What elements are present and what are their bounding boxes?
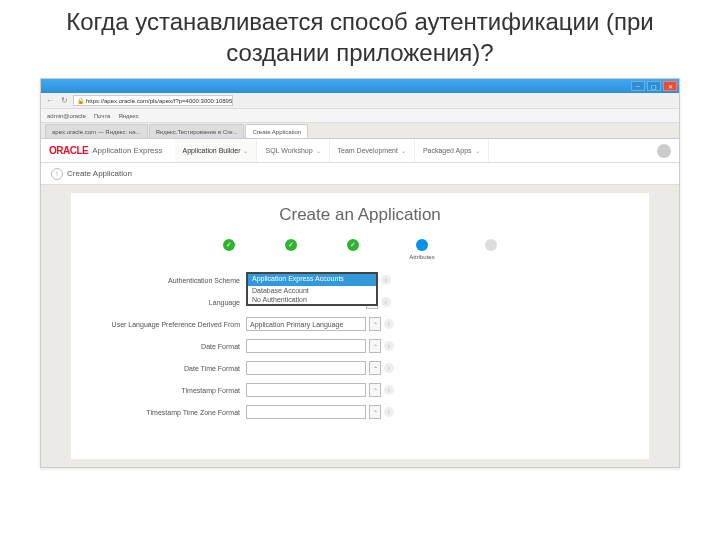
dropdown-option[interactable]: No Authentication xyxy=(248,295,376,304)
browser-tab[interactable]: apex.oracle.com — Яндекс: на... xyxy=(45,124,148,138)
browser-tabs: apex.oracle.com — Яндекс: на... Яндекс.Т… xyxy=(41,123,679,139)
derived-select[interactable]: Application Primary Language xyxy=(246,317,366,331)
field-label: User Language Preference Derived From xyxy=(91,321,246,329)
attributes-form: Authentication Scheme Application Expres… xyxy=(71,272,649,420)
create-app-panel: Create an Application ✓ ✓ ✓ Attributes A… xyxy=(71,193,649,459)
authentication-scheme-select[interactable]: Application Express Accounts Database Ac… xyxy=(246,272,378,288)
timestamp-tz-format-input[interactable] xyxy=(246,405,366,419)
window-titlebar: – ▢ ✕ xyxy=(41,79,679,93)
step-label: Attributes xyxy=(409,254,434,262)
select-arrow-icon[interactable]: ⌃ xyxy=(369,383,381,397)
datetime-format-input[interactable] xyxy=(246,361,366,375)
help-icon[interactable]: i xyxy=(384,385,394,395)
nav-back-icon[interactable]: ← xyxy=(45,96,55,106)
select-arrow-icon[interactable]: ⌃ xyxy=(369,361,381,375)
help-icon[interactable]: i xyxy=(381,275,391,285)
wizard-step[interactable]: ✓ xyxy=(347,239,359,262)
breadcrumb: ↑ Create Application xyxy=(41,163,679,185)
field-label: Date Time Format xyxy=(91,365,246,373)
dropdown-option-selected[interactable]: Application Express Accounts xyxy=(248,274,376,286)
chevron-down-icon: ⌄ xyxy=(401,147,406,154)
field-label: Language xyxy=(91,299,246,307)
product-label: Application Express xyxy=(92,146,162,155)
nav-tab-label: Team Development xyxy=(338,147,398,154)
nav-tab-packaged-apps[interactable]: Packaged Apps ⌄ xyxy=(415,139,489,162)
help-icon[interactable]: i xyxy=(384,341,394,351)
field-label: Authentication Scheme xyxy=(91,277,246,285)
help-icon[interactable]: i xyxy=(384,407,394,417)
step-pending-icon xyxy=(485,239,497,251)
bookmark-item[interactable]: Почта xyxy=(94,113,111,119)
url-text: https://apex.oracle.com/pls/apex/f?p=400… xyxy=(86,98,233,104)
lock-icon: 🔒 xyxy=(77,97,84,104)
nav-tab-team-development[interactable]: Team Development ⌄ xyxy=(330,139,415,162)
select-arrow-icon[interactable]: ⌃ xyxy=(369,405,381,419)
form-row-date-format: Date Format ⌃i xyxy=(91,338,599,354)
bookmark-item[interactable]: Яндекс xyxy=(118,113,138,119)
check-icon: ✓ xyxy=(223,239,235,251)
chevron-down-icon: ⌄ xyxy=(475,147,480,154)
oracle-logo: ORACLE xyxy=(49,145,88,156)
nav-reload-icon[interactable]: ↻ xyxy=(59,96,69,106)
slide-title: Когда устанавливается способ аутентифика… xyxy=(0,0,720,78)
wizard-step[interactable]: ✓ xyxy=(223,239,235,262)
browser-window: – ▢ ✕ ← ↻ 🔒 https://apex.oracle.com/pls/… xyxy=(40,78,680,468)
wizard-steps: ✓ ✓ ✓ Attributes xyxy=(71,239,649,262)
step-active-icon xyxy=(416,239,428,251)
field-label: Date Format xyxy=(91,343,246,351)
url-input[interactable]: 🔒 https://apex.oracle.com/pls/apex/f?p=4… xyxy=(73,95,233,106)
nav-tab-label: SQL Workshop xyxy=(265,147,312,154)
window-minimize-button[interactable]: – xyxy=(631,81,645,91)
field-label: Timestamp Time Zone Format xyxy=(91,409,246,417)
nav-tab-label: Application Builder xyxy=(183,147,241,154)
panel-title: Create an Application xyxy=(71,205,649,225)
window-maximize-button[interactable]: ▢ xyxy=(647,81,661,91)
help-icon[interactable]: i xyxy=(384,363,394,373)
user-avatar[interactable] xyxy=(657,144,671,158)
form-row-datetime-format: Date Time Format ⌃i xyxy=(91,360,599,376)
form-row-timestamp-format: Timestamp Format ⌃i xyxy=(91,382,599,398)
form-row-timestamp-tz-format: Timestamp Time Zone Format ⌃i xyxy=(91,404,599,420)
help-icon[interactable]: i xyxy=(381,297,391,307)
browser-tab-active[interactable]: Create Application xyxy=(245,124,308,138)
date-format-input[interactable] xyxy=(246,339,366,353)
help-icon[interactable]: i xyxy=(384,319,394,329)
nav-tab-label: Packaged Apps xyxy=(423,147,472,154)
timestamp-format-input[interactable] xyxy=(246,383,366,397)
form-row-auth: Authentication Scheme Application Expres… xyxy=(91,272,599,288)
check-icon: ✓ xyxy=(347,239,359,251)
breadcrumb-text: Create Application xyxy=(67,169,132,178)
bookmark-bar: admin@oracle Почта Яндекс xyxy=(41,109,679,123)
dropdown-option[interactable]: Database Account xyxy=(248,286,376,295)
check-icon: ✓ xyxy=(285,239,297,251)
wizard-step[interactable]: ✓ xyxy=(285,239,297,262)
bookmark-item[interactable]: admin@oracle xyxy=(47,113,86,119)
address-bar: ← ↻ 🔒 https://apex.oracle.com/pls/apex/f… xyxy=(41,93,679,109)
oracle-nav-bar: ORACLE Application Express Application B… xyxy=(41,139,679,163)
wizard-step[interactable] xyxy=(485,239,497,262)
nav-tab-application-builder[interactable]: Application Builder ⌄ xyxy=(175,139,258,162)
form-row-derived: User Language Preference Derived From Ap… xyxy=(91,316,599,332)
select-arrow-icon[interactable]: ⌃ xyxy=(369,317,381,331)
field-label: Timestamp Format xyxy=(91,387,246,395)
dropdown-list: Database Account No Authentication xyxy=(246,286,378,306)
wizard-step-active[interactable]: Attributes xyxy=(409,239,434,262)
select-arrow-icon[interactable]: ⌃ xyxy=(369,339,381,353)
nav-tab-sql-workshop[interactable]: SQL Workshop ⌄ xyxy=(257,139,329,162)
up-arrow-icon[interactable]: ↑ xyxy=(51,168,63,180)
browser-tab[interactable]: Яндекс.Тестирование в Cre... xyxy=(149,124,245,138)
window-close-button[interactable]: ✕ xyxy=(663,81,677,91)
chevron-down-icon: ⌄ xyxy=(316,147,321,154)
chevron-down-icon: ⌄ xyxy=(243,147,248,154)
content-area: Create an Application ✓ ✓ ✓ Attributes A… xyxy=(41,185,679,467)
